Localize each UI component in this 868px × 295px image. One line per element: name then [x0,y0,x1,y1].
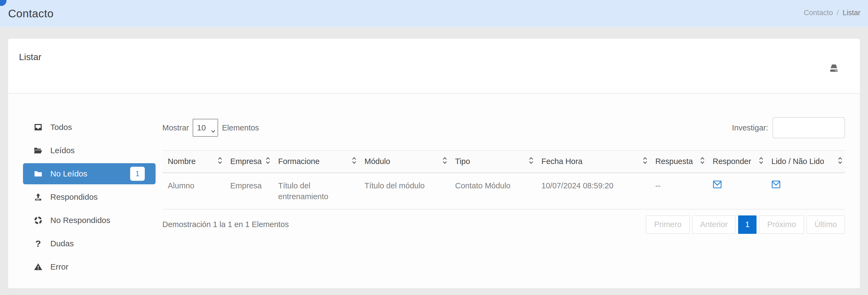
sort-icon[interactable] [700,157,705,166]
cell-empresa: Empresa [225,173,273,209]
sidebar-item-label: Respondidos [50,193,98,202]
sidebar-item-label: Dudas [50,239,74,248]
envelope-icon [713,185,722,189]
column-header-modulo[interactable]: Módulo [359,150,450,173]
cell-respuesta: -- [650,173,707,209]
elements-label: Elementos [222,123,259,132]
sidebar-item-todos[interactable]: Todos [23,117,156,138]
folder-icon [34,169,45,178]
pagination-last-button[interactable]: Último [807,215,845,234]
column-header-tipo[interactable]: Tipo [450,150,536,173]
sort-icon[interactable] [442,157,447,166]
lido-status-button[interactable] [771,180,781,189]
breadcrumb-item-listar: Listar [843,9,861,17]
breadcrumb-separator: / [837,9,839,17]
sort-icon[interactable] [528,157,534,166]
results-info: Demostración 1 la 1 en 1 Elementos [162,220,289,229]
column-header-lido-nao-lido[interactable]: Lido / Não Lido [766,150,845,173]
responder-button[interactable] [713,180,722,189]
column-header-responder[interactable]: Responder [707,150,766,173]
sort-icon[interactable] [217,157,223,166]
table-footer: Demostración 1 la 1 en 1 Elementos Prime… [162,215,845,234]
card-body: Todos Leídos No Leídos 1 [8,94,860,288]
inbox-icon [34,123,45,132]
column-header-formacione[interactable]: Formacione [273,150,359,173]
table-row: Alumno Empresa Título del entrenamiento … [162,173,845,209]
listar-card: Listar Todos [8,39,860,288]
unread-count-badge: 1 [130,167,145,181]
page-title: Contacto [8,7,54,20]
cell-modulo: Título del módulo [359,173,450,209]
circle-notch-icon [34,216,45,225]
sidebar-item-dudas[interactable]: ? Dudas [23,233,156,254]
cell-tipo: Contato Módulo [450,173,536,209]
sidebar-item-leidos[interactable]: Leídos [23,140,156,161]
pagination-first-button[interactable]: Primero [646,215,690,234]
sort-icon[interactable] [351,157,357,166]
warning-icon [34,262,45,271]
page-size-control: Mostrar 10 Elementos [162,119,259,137]
card-title: Listar [19,52,860,62]
folder-open-icon [34,146,45,155]
sort-icon[interactable] [837,157,843,166]
sidebar-item-no-respondidos[interactable]: No Respondidos [23,210,156,231]
cell-lido-nao-lido [766,173,845,209]
envelope-icon [771,185,781,189]
table-header-row: Nombre Empresa Formacione Módulo Tipo Fe… [162,150,845,173]
table-toolbar: Mostrar 10 Elementos Investigar: [162,117,845,139]
column-header-nombre[interactable]: Nombre [162,150,225,173]
sidebar-item-no-leidos[interactable]: No Leídos 1 [23,163,156,184]
column-header-fecha-hora[interactable]: Fecha Hora [536,150,650,173]
print-icon [828,62,840,75]
sort-icon[interactable] [758,157,764,166]
sidebar-item-label: Todos [50,123,72,132]
top-bar: Contacto Contacto / Listar [0,0,868,27]
corner-dot-decoration [0,0,6,6]
search-label: Investigar: [732,123,768,132]
column-header-empresa[interactable]: Empresa [225,150,273,173]
cell-responder [707,173,766,209]
cell-fecha-hora: 10/07/2024 08:59:20 [536,173,650,209]
sidebar-item-label: Error [50,262,68,271]
page-size-select[interactable]: 10 [193,119,218,137]
contacts-table: Nombre Empresa Formacione Módulo Tipo Fe… [162,150,845,209]
sidebar-item-respondidos[interactable]: Respondidos [23,186,156,208]
sort-icon[interactable] [642,157,648,166]
pagination-next-button[interactable]: Próximo [759,215,804,234]
pagination-previous-button[interactable]: Anterior [692,215,736,234]
sidebar-item-label: No Respondidos [50,216,111,225]
upload-icon [34,193,45,202]
table-panel: Mostrar 10 Elementos Investigar: [162,117,845,288]
breadcrumb: Contacto / Listar [804,9,861,17]
breadcrumb-item-contacto[interactable]: Contacto [804,9,833,17]
sidebar-item-label: No Leídos [50,169,87,178]
pagination-page-1-button[interactable]: 1 [738,215,756,234]
filter-sidebar: Todos Leídos No Leídos 1 [23,117,156,288]
print-button[interactable] [828,62,840,75]
pagination: Primero Anterior 1 Próximo Último [646,215,845,234]
sidebar-item-error[interactable]: Error [23,256,156,277]
card-header: Listar [8,39,860,94]
search-input[interactable] [773,117,845,138]
column-header-respuesta[interactable]: Respuesta [650,150,707,173]
sidebar-item-label: Leídos [50,146,75,155]
sort-icon[interactable] [265,157,271,166]
search-control: Investigar: [732,117,845,138]
question-icon: ? [34,238,45,249]
show-label: Mostrar [162,123,189,132]
cell-formacione: Título del entrenamiento [273,173,359,209]
cell-nombre: Alumno [162,173,225,209]
